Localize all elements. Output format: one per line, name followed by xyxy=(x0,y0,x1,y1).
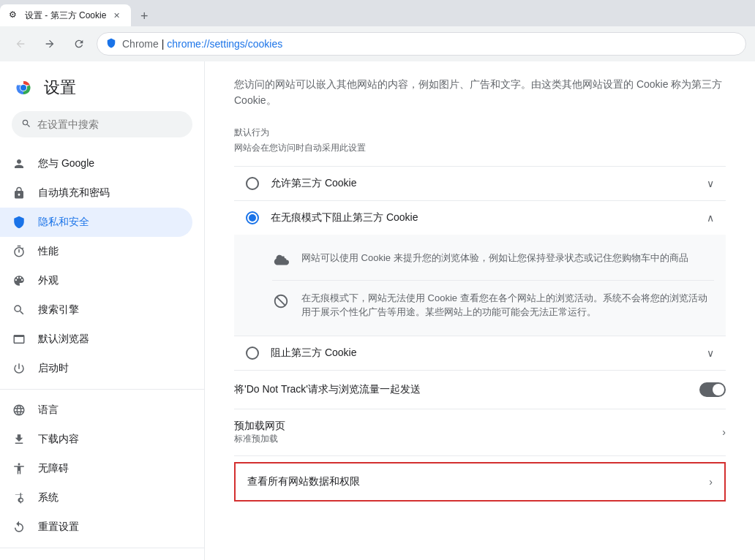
sidebar-item-downloads[interactable]: 下载内容 xyxy=(0,425,192,454)
incognito-expanded: 网站可以使用 Cookie 来提升您的浏览体验，例如让您保持登录状态或记住您购物… xyxy=(234,235,726,336)
sidebar-item-language[interactable]: 语言 xyxy=(0,396,192,425)
search-icon xyxy=(21,118,31,131)
shield-icon xyxy=(12,215,26,230)
default-behavior-sublabel: 网站会在您访问时自动采用此设置 xyxy=(234,142,726,154)
tab-title: 设置 - 第三方 Cookie xyxy=(25,10,106,22)
back-button[interactable] xyxy=(9,32,32,56)
preload-row[interactable]: 预加载网页 标准预加载 › xyxy=(234,409,726,456)
sidebar-item-label: 隐私和安全 xyxy=(38,216,89,229)
nav-divider xyxy=(0,389,204,390)
sidebar-item-autofill[interactable]: 自动填充和密码 xyxy=(0,178,192,208)
sidebar-nav: 您与 Google 自动填充和密码 隐私和安全 xyxy=(0,149,204,560)
download-icon xyxy=(12,432,26,447)
new-tab-button[interactable]: + xyxy=(134,6,154,26)
sidebar-item-startup[interactable]: 启动时 xyxy=(0,354,192,383)
active-tab[interactable]: ⚙ 设置 - 第三方 Cookie ✕ xyxy=(0,4,131,26)
expanded-divider xyxy=(272,280,714,281)
view-all-sites-chevron-icon: › xyxy=(709,476,713,488)
sidebar-item-default-browser[interactable]: 默认浏览器 xyxy=(0,325,192,354)
block-cookies-option[interactable]: 阻止第三方 Cookie ∨ xyxy=(234,336,726,371)
block-icon xyxy=(272,292,290,310)
sidebar-item-label: 自动填充和密码 xyxy=(38,186,110,200)
dnt-label: 将'Do Not Track'请求与浏览流量一起发送 xyxy=(234,383,699,396)
block-radio-button[interactable] xyxy=(246,347,259,360)
language-icon xyxy=(12,403,26,417)
allow-cookies-label: 允许第三方 Cookie xyxy=(271,177,707,190)
browser-frame: ⚙ 设置 - 第三方 Cookie ✕ + Chrome | chrome://… xyxy=(0,0,755,560)
dnt-toggle[interactable] xyxy=(699,382,726,397)
address-bar[interactable]: Chrome | chrome://settings/cookies xyxy=(97,32,746,56)
tab-favicon: ⚙ xyxy=(9,10,20,21)
preload-text: 预加载网页 标准预加载 xyxy=(234,420,722,445)
expanded-item-1-text: 网站可以使用 Cookie 来提升您的浏览体验，例如让您保持登录状态或记住您购物… xyxy=(301,251,688,265)
address-text: Chrome | chrome://settings/cookies xyxy=(122,38,737,50)
reload-button[interactable] xyxy=(67,32,91,56)
allow-chevron-icon: ∨ xyxy=(707,178,714,189)
person-icon xyxy=(12,156,26,171)
block-chevron-icon: ∨ xyxy=(707,347,714,359)
search-bar[interactable] xyxy=(12,111,192,137)
sidebar-item-label: 下载内容 xyxy=(38,433,79,446)
reset-icon xyxy=(12,520,26,534)
sidebar: 设置 您与 Google xyxy=(0,61,205,560)
expanded-item-1: 网站可以使用 Cookie 来提升您的浏览体验，例如让您保持登录状态或记住您购物… xyxy=(272,243,714,277)
toolbar: Chrome | chrome://settings/cookies xyxy=(0,26,755,61)
chrome-logo-icon xyxy=(12,76,35,99)
incognito-chevron-icon: ∧ xyxy=(707,212,714,224)
nav-divider-2 xyxy=(0,548,204,548)
sidebar-item-search[interactable]: 搜索引擎 xyxy=(0,295,192,325)
sidebar-header: 设置 xyxy=(0,70,204,111)
autofill-icon xyxy=(12,186,26,200)
incognito-cookies-option[interactable]: 在无痕模式下阻止第三方 Cookie ∧ xyxy=(234,201,726,235)
main-area: 设置 您与 Google xyxy=(0,61,755,560)
sidebar-item-accessibility[interactable]: 无障碍 xyxy=(0,454,192,483)
svg-point-3 xyxy=(20,85,26,91)
sidebar-item-label: 性能 xyxy=(38,245,59,258)
view-all-sites-row[interactable]: 查看所有网站数据和权限 › xyxy=(234,462,726,502)
sidebar-item-appearance[interactable]: 外观 xyxy=(0,266,192,295)
tab-bar: ⚙ 设置 - 第三方 Cookie ✕ + xyxy=(0,0,755,26)
preload-chevron-icon: › xyxy=(722,426,726,438)
default-behavior-label: 默认行为 xyxy=(234,126,726,139)
sidebar-item-label: 搜索引擎 xyxy=(38,303,79,317)
view-all-sites-label: 查看所有网站数据和权限 xyxy=(247,475,709,488)
sidebar-item-performance[interactable]: 性能 xyxy=(0,237,192,266)
search-engine-icon xyxy=(12,303,26,317)
forward-button[interactable] xyxy=(38,32,61,56)
search-input[interactable] xyxy=(37,118,183,130)
sidebar-item-privacy[interactable]: 隐私和安全 xyxy=(0,208,192,237)
sidebar-item-label: 系统 xyxy=(38,491,59,504)
sidebar-item-reset[interactable]: 重置设置 xyxy=(0,512,192,542)
reload-icon xyxy=(73,38,85,50)
incognito-cookies-label: 在无痕模式下阻止第三方 Cookie xyxy=(271,211,707,224)
sidebar-item-label: 无障碍 xyxy=(38,462,69,475)
browser-icon xyxy=(12,332,26,347)
tab-close-button[interactable]: ✕ xyxy=(110,10,122,21)
expanded-item-2-text: 在无痕模式下，网站无法使用 Cookie 查看您在各个网站上的浏览活动。系统不会… xyxy=(301,291,714,319)
dnt-row: 将'Do Not Track'请求与浏览流量一起发送 xyxy=(234,371,726,409)
sidebar-item-label: 语言 xyxy=(38,404,59,417)
content-area: 您访问的网站可以嵌入其他网站的内容，例如图片、广告和文字。由这类其他网站设置的 … xyxy=(205,61,755,560)
allow-cookies-option[interactable]: 允许第三方 Cookie ∨ xyxy=(234,166,726,201)
sidebar-item-label: 启动时 xyxy=(38,362,69,375)
startup-icon xyxy=(12,361,26,376)
expanded-item-2: 在无痕模式下，网站无法使用 Cookie 查看您在各个网站上的浏览活动。系统不会… xyxy=(272,284,714,327)
sidebar-item-extensions[interactable]: 扩展程序 ↗ xyxy=(0,554,192,560)
performance-icon xyxy=(12,244,26,259)
incognito-radio-button[interactable] xyxy=(246,211,259,224)
section-description: 您访问的网站可以嵌入其他网站的内容，例如图片、广告和文字。由这类其他网站设置的 … xyxy=(234,76,726,109)
sidebar-item-label: 您与 Google xyxy=(38,157,94,170)
sidebar-item-google[interactable]: 您与 Google xyxy=(0,149,192,178)
sidebar-item-system[interactable]: 系统 xyxy=(0,483,192,512)
sidebar-item-label: 外观 xyxy=(38,274,59,287)
appearance-icon xyxy=(12,273,26,288)
sidebar-item-label: 默认浏览器 xyxy=(38,333,89,346)
block-cookies-label: 阻止第三方 Cookie xyxy=(271,347,707,360)
sidebar-item-label: 重置设置 xyxy=(38,521,79,534)
system-icon xyxy=(12,491,26,505)
accessibility-icon xyxy=(12,461,26,476)
cookie-icon xyxy=(272,252,290,270)
allow-radio-button[interactable] xyxy=(246,177,259,190)
preload-subtitle: 标准预加载 xyxy=(234,433,722,445)
security-icon xyxy=(106,38,116,50)
